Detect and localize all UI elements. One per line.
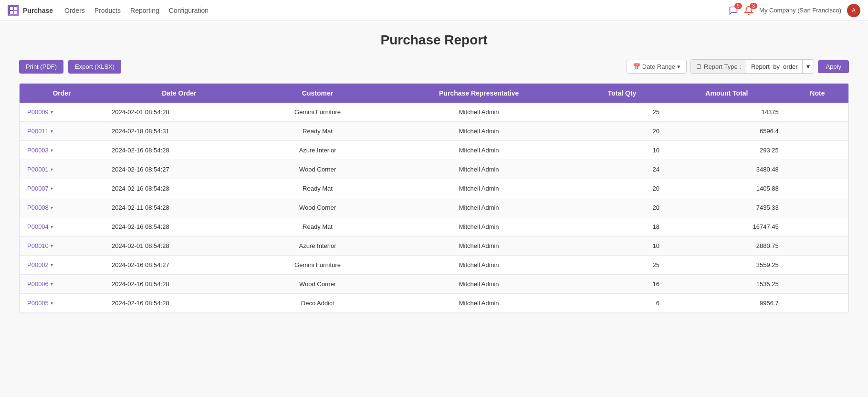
- cell-note: [786, 217, 848, 236]
- table-row: P00010▾2024-02-01 08:54:28Azure Interior…: [20, 236, 848, 256]
- cell-rep: Mitchell Admin: [381, 141, 577, 160]
- cell-amount: 3480.48: [667, 160, 786, 179]
- export-button[interactable]: Export (XLSX): [68, 60, 121, 74]
- cell-order[interactable]: P00010▾: [20, 236, 104, 256]
- table-row: P00004▾2024-02-16 08:54:28Ready MatMitch…: [20, 217, 848, 236]
- cell-rep: Mitchell Admin: [381, 198, 577, 217]
- cell-rep: Mitchell Admin: [381, 103, 577, 122]
- cell-customer: Azure Interior: [254, 141, 381, 160]
- svg-rect-2: [10, 11, 13, 14]
- date-range-chevron: ▾: [677, 63, 680, 70]
- cell-rep: Mitchell Admin: [381, 122, 577, 141]
- cell-rep: Mitchell Admin: [381, 294, 577, 313]
- cell-qty: 16: [577, 275, 667, 294]
- top-navigation: Purchase Orders Products Reporting Confi…: [0, 0, 868, 21]
- cell-amount: 16747.45: [667, 217, 786, 236]
- cell-amount: 14375: [667, 103, 786, 122]
- cell-order[interactable]: P00007▾: [20, 179, 104, 198]
- cell-order[interactable]: P00005▾: [20, 294, 104, 313]
- table-row: P00009▾2024-02-01 08:54:28Gemini Furnitu…: [20, 103, 848, 122]
- user-avatar[interactable]: A: [847, 4, 860, 17]
- cell-amount: 9956.7: [667, 294, 786, 313]
- cell-qty: 20: [577, 198, 667, 217]
- report-type-value[interactable]: Report_by_order: [746, 60, 803, 73]
- cell-date: 2024-02-16 08:54:27: [104, 160, 254, 179]
- main-content: Purchase Report Print (PDF) Export (XLSX…: [0, 21, 868, 325]
- cell-order[interactable]: P00003▾: [20, 141, 104, 160]
- cell-order[interactable]: P00001▾: [20, 160, 104, 179]
- report-type-dropdown-arrow[interactable]: ▾: [802, 60, 814, 73]
- col-rep: Purchase Representative: [381, 84, 577, 103]
- cell-date: 2024-02-16 08:54:28: [104, 141, 254, 160]
- messages-icon-button[interactable]: 9: [729, 6, 738, 15]
- cell-date: 2024-02-01 08:54:28: [104, 103, 254, 122]
- cell-note: [786, 294, 848, 313]
- cell-amount: 293.25: [667, 141, 786, 160]
- cell-order[interactable]: P00006▾: [20, 275, 104, 294]
- cell-date: 2024-02-01 08:54:28: [104, 236, 254, 256]
- cell-amount: 1405.88: [667, 179, 786, 198]
- table-row: P00001▾2024-02-16 08:54:27Wood CornerMit…: [20, 160, 848, 179]
- report-table-container: Order Date Order Customer Purchase Repre…: [19, 83, 849, 313]
- col-date-order: Date Order: [104, 84, 254, 103]
- report-type-label-text: Report Type :: [704, 63, 741, 70]
- cell-order[interactable]: P00011▾: [20, 122, 104, 141]
- messages-badge: 9: [734, 3, 742, 9]
- cell-customer: Wood Corner: [254, 198, 381, 217]
- col-note: Note: [786, 84, 848, 103]
- svg-rect-1: [14, 7, 17, 10]
- svg-rect-3: [14, 11, 17, 14]
- cell-note: [786, 103, 848, 122]
- cell-date: 2024-02-16 08:54:28: [104, 294, 254, 313]
- page-title: Purchase Report: [19, 32, 849, 48]
- nav-orders[interactable]: Orders: [64, 7, 85, 14]
- cell-note: [786, 236, 848, 256]
- cell-rep: Mitchell Admin: [381, 179, 577, 198]
- cell-rep: Mitchell Admin: [381, 236, 577, 256]
- cell-order[interactable]: P00002▾: [20, 256, 104, 275]
- cell-amount: 7435.33: [667, 198, 786, 217]
- date-range-label: Date Range: [642, 63, 675, 70]
- app-name[interactable]: Purchase: [23, 7, 53, 14]
- toolbar-right: 📅 Date Range ▾ 🗒 Report Type : Report_by…: [627, 59, 849, 74]
- table-row: P00005▾2024-02-16 08:54:28Deco AddictMit…: [20, 294, 848, 313]
- cell-date: 2024-02-16 08:54:28: [104, 217, 254, 236]
- cell-rep: Mitchell Admin: [381, 275, 577, 294]
- table-row: P00011▾2024-02-18 08:54:31Ready MatMitch…: [20, 122, 848, 141]
- cell-customer: Ready Mat: [254, 217, 381, 236]
- nav-configuration[interactable]: Configuration: [169, 7, 209, 14]
- notifications-badge: 3: [750, 3, 757, 9]
- nav-reporting[interactable]: Reporting: [130, 7, 159, 14]
- cell-rep: Mitchell Admin: [381, 217, 577, 236]
- cell-qty: 25: [577, 256, 667, 275]
- nav-menu: Orders Products Reporting Configuration: [64, 7, 729, 14]
- print-button[interactable]: Print (PDF): [19, 60, 63, 74]
- cell-qty: 25: [577, 103, 667, 122]
- cell-order[interactable]: P00008▾: [20, 198, 104, 217]
- table-row: P00006▾2024-02-16 08:54:28Wood CornerMit…: [20, 275, 848, 294]
- apply-button[interactable]: Apply: [818, 60, 849, 73]
- cell-date: 2024-02-11 08:54:28: [104, 198, 254, 217]
- cell-customer: Ready Mat: [254, 122, 381, 141]
- table-row: P00008▾2024-02-11 08:54:28Wood CornerMit…: [20, 198, 848, 217]
- cell-qty: 20: [577, 179, 667, 198]
- cell-qty: 10: [577, 141, 667, 160]
- nav-products[interactable]: Products: [94, 7, 121, 14]
- cell-order[interactable]: P00009▾: [20, 103, 104, 122]
- date-range-button[interactable]: 📅 Date Range ▾: [627, 60, 687, 74]
- cell-order[interactable]: P00004▾: [20, 217, 104, 236]
- col-order: Order: [20, 84, 104, 103]
- notifications-icon-button[interactable]: 3: [744, 6, 753, 15]
- cell-amount: 3559.25: [667, 256, 786, 275]
- nav-right: 9 3 My Company (San Francisco) A: [729, 4, 860, 17]
- cell-customer: Azure Interior: [254, 236, 381, 256]
- company-label[interactable]: My Company (San Francisco): [759, 7, 841, 14]
- table-row: P00007▾2024-02-16 08:54:28Ready MatMitch…: [20, 179, 848, 198]
- cell-customer: Wood Corner: [254, 275, 381, 294]
- report-table: Order Date Order Customer Purchase Repre…: [20, 84, 848, 313]
- cell-qty: 10: [577, 236, 667, 256]
- cell-date: 2024-02-16 08:54:27: [104, 256, 254, 275]
- cell-note: [786, 256, 848, 275]
- cell-customer: Gemini Furniture: [254, 103, 381, 122]
- cell-note: [786, 122, 848, 141]
